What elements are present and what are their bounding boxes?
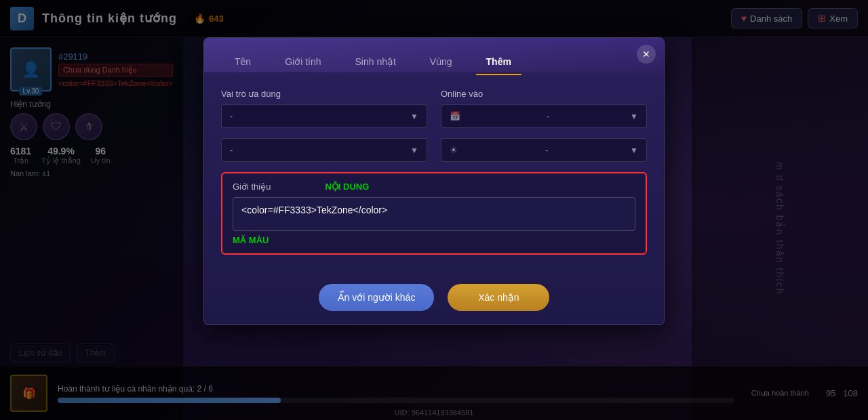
intro-label: Giới thiệu [233,182,271,192]
tab-gioi-tinh[interactable]: Giới tính [268,48,338,75]
calendar-icon: 📅 [450,111,460,121]
modal-dialog: ✕ Tên Giới tính Sinh nhật Vùng Thêm Vai [203,37,665,325]
online-vao-group-2: ☀ - ▼ [441,138,647,162]
online-vao-select-1[interactable]: 📅 - ▼ [441,104,647,128]
tab-ten[interactable]: Tên [218,48,268,75]
chevron-down-icon-2: ▼ [630,112,638,121]
tab-them[interactable]: Thêm [469,48,528,75]
form-row-2: - ▼ ☀ - ▼ [221,138,647,162]
form-row-1: Vai trò ưa dùng - ▼ Online vào 📅 - ▼ [221,89,647,128]
modal-header: ✕ Tên Giới tính Sinh nhật Vùng Thêm [204,38,664,75]
tab-sinh-nhat[interactable]: Sinh nhật [338,48,412,75]
chevron-down-icon-4: ▼ [630,146,638,155]
tab-vung[interactable]: Vùng [413,48,469,75]
vai-tro-group-2: - ▼ [221,138,427,162]
vai-tro-select-2[interactable]: - ▼ [221,138,427,162]
sun-icon: ☀ [450,145,458,155]
vai-tro-label: Vai trò ưa dùng [221,89,427,99]
online-vao-group: Online vào 📅 - ▼ [441,89,647,128]
intro-input[interactable]: <color=#FF3333>TekZone</color> [233,197,635,231]
chevron-down-icon-3: ▼ [410,146,418,155]
hide-from-others-button[interactable]: Ẩn với người khác [319,284,435,311]
modal-body: Vai trò ưa dùng - ▼ Online vào 📅 - ▼ - [204,75,664,280]
intro-section: Giới thiệu NỘI DUNG <color=#FF3333>TekZo… [221,172,647,255]
modal-footer: Ẩn với người khác Xác nhận [204,280,664,324]
online-vao-label: Online vào [441,89,647,99]
vai-tro-group: Vai trò ưa dùng - ▼ [221,89,427,128]
confirm-button[interactable]: Xác nhận [448,284,549,311]
intro-label-row: Giới thiệu NỘI DUNG [233,182,635,192]
chevron-down-icon-1: ▼ [410,112,418,121]
intro-mamau-label: MÃ MÀU [233,235,635,245]
online-vao-select-2[interactable]: ☀ - ▼ [441,138,647,162]
modal-tabs: Tên Giới tính Sinh nhật Vùng Thêm [218,48,650,75]
vai-tro-select-1[interactable]: - ▼ [221,104,427,128]
intro-noidung-label: NỘI DUNG [325,182,369,192]
